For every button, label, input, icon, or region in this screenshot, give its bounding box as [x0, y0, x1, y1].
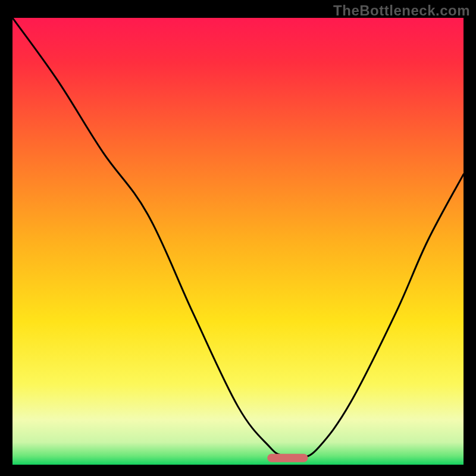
gradient-background [12, 18, 464, 465]
target-marker-pill [267, 454, 308, 462]
plot-area [12, 18, 464, 465]
bottleneck-chart [12, 18, 464, 465]
chart-frame: TheBottleneck.com [0, 0, 476, 476]
watermark-text: TheBottleneck.com [333, 2, 470, 19]
